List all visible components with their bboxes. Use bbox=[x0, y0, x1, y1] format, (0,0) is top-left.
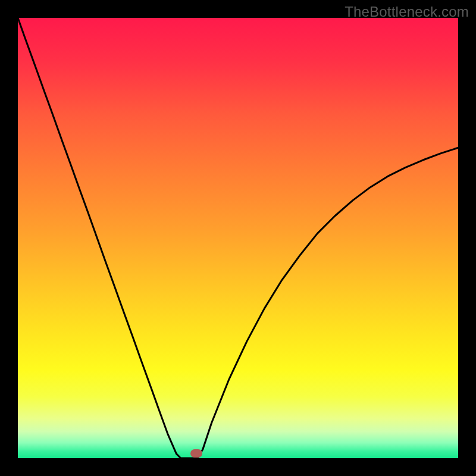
plot-area bbox=[18, 18, 458, 458]
optimal-point-marker bbox=[190, 449, 202, 458]
chart-frame: TheBottleneck.com bbox=[0, 0, 476, 476]
watermark-label: TheBottleneck.com bbox=[345, 4, 469, 20]
bottleneck-curve bbox=[18, 18, 458, 458]
